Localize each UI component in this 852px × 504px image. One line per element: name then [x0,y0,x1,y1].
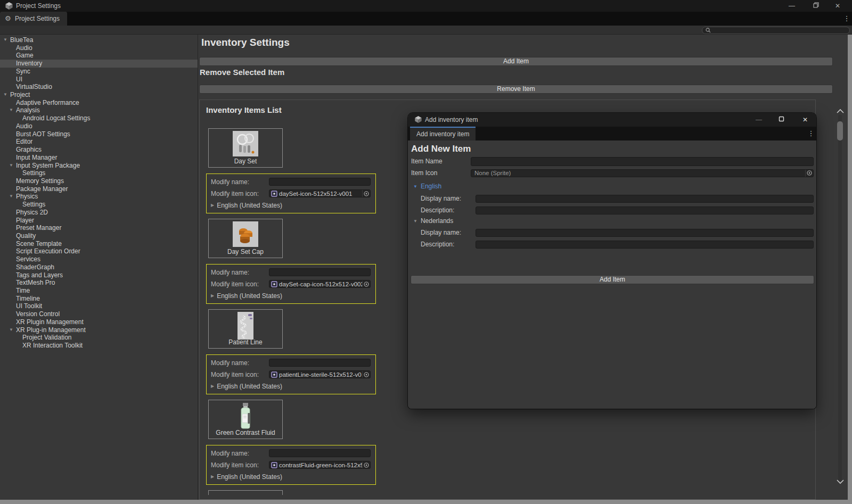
minimize-button[interactable]: — [783,0,801,12]
tab-menu-kebab-icon[interactable]: ⋮ [843,15,850,22]
sidebar-item-audio[interactable]: ▼Audio [0,44,198,52]
sidebar-item-shadergraph[interactable]: ▼ShaderGraph [0,263,198,271]
sidebar-item-quality[interactable]: ▼Quality [0,232,198,240]
foldout-arrow-icon[interactable]: ▼ [9,193,13,201]
foldout-arrow-icon[interactable]: ▼ [3,36,7,44]
locale-foldout-label[interactable]: English (United States) [217,383,282,390]
sidebar-item-project-validation[interactable]: ▼Project Validation [0,334,198,342]
item-icon-object-field[interactable]: daySet-cap-icon-512x512-v002 [269,280,371,288]
sidebar-item-settings[interactable]: ▼Settings [0,169,198,177]
sidebar-item-textmesh-pro[interactable]: ▼TextMesh Pro [0,279,198,287]
item-icon-object-field[interactable]: patientLine-sterile-512x512-v0 [269,370,371,378]
sidebar-item-xr-interaction-toolkit[interactable]: ▼XR Interaction Toolkit [0,342,198,350]
sidebar-item-ui[interactable]: ▼UI [0,76,198,84]
scroll-down-chevron-icon[interactable] [835,478,846,485]
item-icon-object-field[interactable]: daySet-icon-512x512-v001 [269,189,371,197]
dialog-close-button[interactable]: ✕ [797,113,813,127]
sidebar-item-xr-plugin-management[interactable]: ▼XR Plugin Management [0,318,198,326]
item-icon-object-field[interactable]: contrastFluid-green-icon-512x5 [269,461,371,469]
object-picker-icon[interactable] [805,170,813,177]
sidebar-item-package-manager[interactable]: ▼Package Manager [0,185,198,193]
dialog-minimize-button[interactable]: — [751,113,767,127]
item-icon-object-field[interactable]: None (Sprite) [471,169,814,177]
foldout-arrow-icon[interactable]: ▶ [211,474,214,479]
sidebar-item-editor[interactable]: ▼Editor [0,138,198,146]
locale-foldout-label[interactable]: English (United States) [217,473,282,481]
foldout-english[interactable]: ▼ English [413,183,441,190]
sidebar-item-game[interactable]: ▼Game [0,52,198,60]
foldout-arrow-icon[interactable]: ▶ [211,203,214,208]
inventory-item-card[interactable]: Day Set Cap [208,219,283,258]
modify-name-input[interactable] [269,178,371,186]
sidebar-item-input-manager[interactable]: ▼Input Manager [0,154,198,162]
foldout-arrow-icon[interactable]: ▼ [9,326,13,334]
sidebar-item-tags-and-layers[interactable]: ▼Tags and Layers [0,271,198,279]
sidebar-item-graphics[interactable]: ▼Graphics [0,146,198,154]
modify-name-input[interactable] [269,449,371,457]
add-item-button[interactable]: Add Item [199,57,833,66]
tab-project-settings[interactable]: ⚙ Project Settings [0,12,67,26]
foldout-arrow-icon: ▼ [413,219,417,224]
sidebar-item-script-execution-order[interactable]: ▼Script Execution Order [0,247,198,255]
remove-item-button[interactable]: Remove Item [199,85,833,94]
description-input-nederlands[interactable] [476,241,814,249]
foldout-arrow-icon[interactable]: ▼ [9,106,13,114]
inventory-item-card[interactable]: Day Set [208,128,283,168]
scrollbar-thumb[interactable] [837,121,843,141]
description-input-english[interactable] [476,206,814,214]
locale-foldout-label[interactable]: English (United States) [217,292,282,300]
sidebar-item-adaptive-performance[interactable]: ▼Adaptive Performance [0,99,198,107]
sidebar-item-xr-plug-in-management[interactable]: ▼XR Plug-in Management [0,326,198,334]
inventory-item-card[interactable]: Patient Line [208,309,283,349]
sidebar-item-player[interactable]: ▼Player [0,217,198,225]
sidebar-item-physics[interactable]: ▼Physics [0,193,198,201]
dialog-add-item-button[interactable]: Add Item [411,275,814,284]
modify-name-input[interactable] [269,268,371,276]
foldout-arrow-icon[interactable]: ▼ [3,91,7,99]
sidebar-item-audio[interactable]: ▼Audio [0,122,198,130]
object-picker-icon[interactable] [362,461,370,468]
inventory-item-card[interactable]: Green Contrast Fluid [208,400,283,439]
sidebar-item-bluetea[interactable]: ▼BlueTea [0,36,198,44]
sidebar-item-scene-template[interactable]: ▼Scene Template [0,240,198,248]
foldout-arrow-icon[interactable]: ▶ [211,293,214,298]
scroll-up-chevron-icon[interactable] [835,108,846,114]
foldout-arrow-icon[interactable]: ▶ [211,384,214,389]
sidebar-item-virtualstudio[interactable]: ▼VirtualStudio [0,83,198,91]
sidebar-item-services[interactable]: ▼Services [0,255,198,263]
foldout-arrow-icon[interactable]: ▼ [9,162,13,170]
dialog-tab[interactable]: Add inventory item [410,127,476,141]
sidebar-item-timeline[interactable]: ▼Timeline [0,295,198,303]
object-picker-icon[interactable] [362,280,370,287]
sidebar-item-ui-toolkit[interactable]: ▼UI Toolkit [0,302,198,310]
modify-name-input[interactable] [269,359,371,367]
sidebar-divider[interactable] [198,35,198,504]
sidebar-item-burst-aot-settings[interactable]: ▼Burst AOT Settings [0,130,198,138]
sidebar-item-time[interactable]: ▼Time [0,287,198,295]
scrollbar-track[interactable] [838,115,842,481]
sidebar-item-memory-settings[interactable]: ▼Memory Settings [0,177,198,185]
search-input[interactable] [713,27,846,34]
sidebar-item-preset-manager[interactable]: ▼Preset Manager [0,224,198,232]
sidebar-item-android-logcat-settings[interactable]: ▼Android Logcat Settings [0,114,198,122]
sidebar-item-project[interactable]: ▼Project [0,91,198,99]
dialog-tab-menu-kebab-icon[interactable]: ⋮ [807,130,815,137]
sidebar-item-settings[interactable]: ▼Settings [0,201,198,209]
object-picker-icon[interactable] [362,371,370,378]
sidebar-item-physics-2d[interactable]: ▼Physics 2D [0,209,198,217]
sidebar-item-input-system-package[interactable]: ▼Input System Package [0,162,198,170]
sidebar-item-inventory[interactable]: ▼Inventory [0,60,198,68]
object-picker-icon[interactable] [362,190,370,197]
display-name-input-nederlands[interactable] [476,229,814,237]
restore-button[interactable] [807,0,825,12]
close-button[interactable]: ✕ [829,0,847,12]
sidebar-item-analysis[interactable]: ▼Analysis [0,106,198,114]
locale-foldout-label[interactable]: English (United States) [217,202,282,209]
dialog-maximize-button[interactable] [773,113,789,127]
item-name-input[interactable] [471,157,814,166]
sidebar-item-version-control[interactable]: ▼Version Control [0,310,198,318]
foldout-nederlands[interactable]: ▼ Nederlands [413,217,453,225]
search-box[interactable] [702,27,850,34]
sidebar-item-sync[interactable]: ▼Sync [0,68,198,76]
display-name-input-english[interactable] [476,195,814,203]
